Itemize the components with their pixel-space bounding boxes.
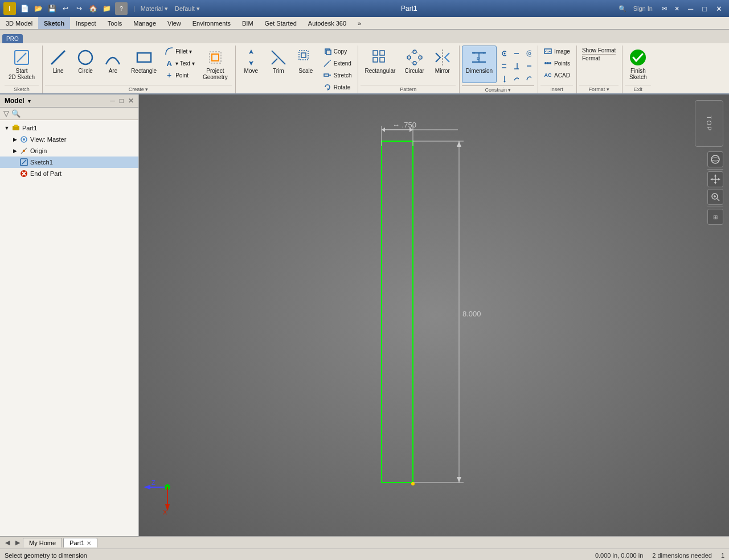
menu-bim[interactable]: BIM: [236, 17, 259, 29]
tree-item-end-of-part[interactable]: ▶ End of Part: [0, 168, 138, 179]
trim-btn[interactable]: Trim: [265, 46, 292, 83]
redo-icon[interactable]: ↪: [74, 3, 84, 14]
svg-line-64: [22, 160, 26, 164]
config-selector[interactable]: Default ▾: [175, 5, 200, 13]
stretch-btn[interactable]: Stretch: [320, 69, 355, 81]
tree-item-origin[interactable]: ▶ Origin: [0, 145, 138, 157]
close-app-icon[interactable]: ✕: [672, 3, 682, 14]
image-btn[interactable]: Image: [540, 46, 573, 57]
menu-more[interactable]: »: [352, 17, 367, 29]
projects-icon[interactable]: 📁: [101, 3, 112, 14]
model-dropdown-arrow[interactable]: ▾: [28, 98, 31, 104]
search-model-icon[interactable]: 🔍: [11, 109, 21, 118]
ribbon-pro-tab[interactable]: PRO: [2, 34, 23, 43]
menu-3d-model[interactable]: 3D Model: [0, 17, 38, 29]
menu-sketch[interactable]: Sketch: [38, 17, 70, 29]
zoom-extents-btn[interactable]: ⊞: [707, 209, 723, 225]
model-close-btn[interactable]: ✕: [128, 97, 134, 105]
exit-group-items: FinishSketch: [625, 46, 651, 85]
menu-tools[interactable]: Tools: [102, 17, 128, 29]
model-minimize-btn[interactable]: ─: [110, 97, 115, 105]
tab-part1-close-btn[interactable]: ✕: [87, 540, 91, 546]
statusbar: Select geometry to dimension 0.000 in, 0…: [0, 549, 729, 560]
menu-get-started[interactable]: Get Started: [259, 17, 302, 29]
arc-btn[interactable]: Arc: [100, 46, 126, 83]
menu-environments[interactable]: Environments: [187, 17, 236, 29]
ribbon: PRO Start2D Sketch Sketch: [0, 30, 729, 94]
mirror-pattern-btn[interactable]: Mirror: [429, 46, 456, 83]
menu-inspect[interactable]: Inspect: [70, 17, 101, 29]
minimize-btn[interactable]: ─: [685, 3, 697, 14]
save-icon[interactable]: 💾: [47, 3, 57, 14]
line-btn[interactable]: Line: [45, 46, 71, 83]
tab-my-home[interactable]: My Home: [23, 538, 62, 547]
svg-rect-25: [380, 57, 384, 62]
tab-scroll-left-btn[interactable]: ◀: [2, 538, 13, 548]
tree-item-sketch1[interactable]: ▶ Sketch1: [0, 157, 138, 168]
rectangular-pattern-label: Rectangular: [364, 68, 395, 74]
dimension-btn[interactable]: D Dimension: [462, 46, 497, 83]
copy-btn[interactable]: Copy: [320, 46, 355, 57]
circular-pattern-btn[interactable]: Circular: [400, 46, 428, 83]
canvas-area[interactable]: ↔ .750 8.000 Z X: [139, 94, 729, 536]
concentric-btn[interactable]: [523, 48, 534, 59]
close-btn[interactable]: ✕: [712, 3, 726, 14]
tree-item-view-master[interactable]: ▶ View: Master: [0, 134, 138, 145]
part1-expand-icon[interactable]: ▼: [3, 125, 10, 131]
collinear-btn[interactable]: [510, 48, 522, 59]
filter-icon[interactable]: ▽: [3, 109, 9, 118]
vertical-btn[interactable]: [498, 73, 509, 84]
menu-autodesk-360[interactable]: Autodesk 360: [302, 17, 352, 29]
rectangular-pattern-btn[interactable]: Rectangular: [361, 46, 399, 83]
new-file-icon[interactable]: 📄: [19, 3, 30, 14]
svg-point-54: [549, 62, 551, 64]
material-selector[interactable]: Material ▾: [141, 5, 168, 13]
start-2d-sketch-btn[interactable]: Start2D Sketch: [5, 46, 39, 83]
open-file-icon[interactable]: 📂: [33, 3, 43, 14]
rotate-btn[interactable]: Rotate: [320, 81, 355, 93]
menu-manage[interactable]: Manage: [128, 17, 162, 29]
project-geometry-btn[interactable]: ProjectGeometry: [199, 46, 232, 83]
tangent-btn[interactable]: [510, 73, 522, 84]
circle-icon: [76, 48, 95, 67]
acad-btn[interactable]: AC ACAD: [540, 69, 573, 81]
undo-icon[interactable]: ↩: [60, 3, 71, 14]
view-master-expand-icon[interactable]: ▶: [11, 136, 18, 143]
parallel-btn[interactable]: [498, 60, 509, 72]
tab-scroll-right-btn[interactable]: ▶: [13, 538, 23, 548]
point-btn[interactable]: + Point: [162, 69, 198, 81]
text-btn[interactable]: A ▾ Text ▾: [162, 57, 198, 69]
view-cube[interactable]: TOP: [695, 101, 723, 146]
origin-expand-icon[interactable]: ▶: [11, 147, 18, 154]
extend-btn[interactable]: Extend: [320, 57, 355, 69]
svg-line-78: [717, 199, 719, 201]
feedback-icon[interactable]: ✉: [660, 3, 670, 14]
home-icon[interactable]: 🏠: [88, 3, 98, 14]
tree-item-part1[interactable]: ▼ Part1: [0, 122, 138, 134]
constrain-group-label: Constrain ▾: [462, 85, 534, 94]
svg-marker-36: [484, 52, 486, 54]
menu-view[interactable]: View: [162, 17, 187, 29]
points-btn[interactable]: Points: [540, 57, 573, 69]
model-maximize-btn[interactable]: □: [120, 97, 124, 105]
coincident-btn[interactable]: [498, 48, 509, 59]
sign-in-btn[interactable]: Sign In: [633, 5, 653, 12]
circle-btn[interactable]: Circle: [72, 46, 99, 83]
tab-part1[interactable]: Part1 ✕: [63, 538, 97, 547]
smooth-btn[interactable]: [523, 73, 534, 84]
orbit-btn[interactable]: [707, 151, 723, 167]
move-btn[interactable]: Move: [238, 46, 264, 83]
show-format-btn[interactable]: Show Format Format: [579, 46, 619, 63]
scale-btn[interactable]: Scale: [293, 46, 319, 83]
restore-btn[interactable]: □: [699, 3, 710, 14]
help-icon[interactable]: ?: [115, 2, 128, 15]
search-bar[interactable]: 🔍: [619, 5, 626, 13]
rectangle-btn[interactable]: Rectangle: [127, 46, 161, 83]
perpendicular-btn[interactable]: [510, 60, 522, 72]
finish-sketch-btn[interactable]: FinishSketch: [625, 46, 651, 83]
svg-line-15: [329, 60, 331, 62]
fillet-btn[interactable]: Fillet ▾: [162, 46, 198, 57]
horizontal-btn[interactable]: [523, 60, 534, 72]
pan-btn[interactable]: [707, 171, 723, 187]
zoom-btn[interactable]: [707, 189, 723, 205]
